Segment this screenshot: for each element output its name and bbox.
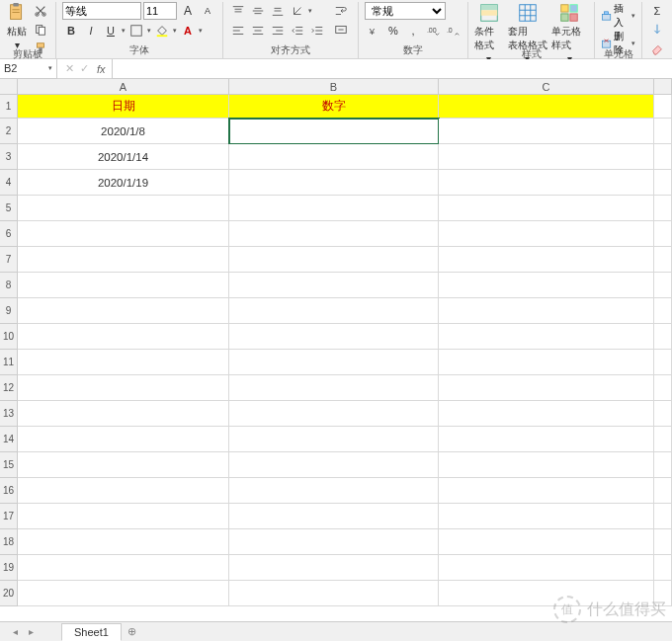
cell[interactable]	[654, 529, 672, 555]
cell[interactable]	[439, 196, 654, 221]
autosum-button[interactable]: Σ	[648, 2, 666, 20]
col-header-c[interactable]: C	[439, 79, 654, 95]
cell[interactable]	[439, 555, 654, 581]
cell[interactable]	[654, 375, 672, 401]
increase-font-button[interactable]: A	[179, 2, 197, 20]
cell[interactable]	[654, 401, 672, 427]
cell[interactable]	[654, 95, 672, 119]
cell[interactable]	[439, 401, 654, 427]
cell[interactable]	[439, 273, 654, 298]
cell[interactable]	[229, 401, 439, 427]
cell[interactable]	[18, 273, 229, 298]
cell[interactable]	[18, 196, 229, 221]
select-all-corner[interactable]	[0, 79, 18, 95]
cell[interactable]	[229, 196, 439, 221]
cell[interactable]	[654, 144, 672, 170]
cell[interactable]	[654, 350, 672, 375]
cut-button[interactable]	[32, 2, 49, 20]
cell[interactable]	[654, 247, 672, 273]
row-header[interactable]: 14	[0, 427, 18, 452]
cell[interactable]	[654, 504, 672, 529]
row-header[interactable]: 2	[0, 119, 18, 144]
cell[interactable]: 2020/1/19	[18, 170, 229, 196]
percent-button[interactable]: %	[384, 22, 402, 40]
row-header[interactable]: 12	[0, 375, 18, 401]
row-header[interactable]: 8	[0, 273, 18, 298]
row-header[interactable]: 9	[0, 298, 18, 324]
italic-button[interactable]: I	[82, 22, 100, 40]
cell[interactable]	[18, 581, 229, 606]
clear-button[interactable]	[648, 40, 666, 57]
cell[interactable]	[229, 221, 439, 247]
cell[interactable]	[229, 478, 439, 504]
bold-button[interactable]: B	[62, 22, 80, 40]
cell[interactable]	[654, 555, 672, 581]
row-header[interactable]: 4	[0, 170, 18, 196]
cell[interactable]	[439, 95, 654, 119]
cell[interactable]	[229, 555, 439, 581]
cell[interactable]	[439, 221, 654, 247]
cell[interactable]	[18, 324, 229, 350]
cell[interactable]	[229, 273, 439, 298]
sheet-tab-1[interactable]: Sheet1	[61, 623, 122, 641]
row-header[interactable]: 7	[0, 247, 18, 273]
accept-formula-button[interactable]: ✓	[80, 62, 89, 75]
cell[interactable]	[439, 119, 654, 144]
align-left-button[interactable]	[229, 22, 247, 40]
cell[interactable]	[18, 427, 229, 452]
row-header[interactable]: 13	[0, 401, 18, 427]
copy-button[interactable]	[32, 21, 49, 39]
wrap-text-button[interactable]	[330, 2, 352, 20]
cell[interactable]	[439, 170, 654, 196]
col-header-d[interactable]	[654, 79, 672, 95]
cell[interactable]	[229, 170, 439, 196]
border-button[interactable]	[127, 22, 145, 40]
font-size-select[interactable]	[143, 2, 177, 20]
cell[interactable]	[18, 529, 229, 555]
cell[interactable]	[654, 324, 672, 350]
row-header[interactable]: 16	[0, 478, 18, 504]
insert-button[interactable]: 插入▾	[601, 2, 635, 30]
fill-color-button[interactable]	[153, 22, 171, 40]
merge-button[interactable]	[330, 21, 352, 39]
cell[interactable]	[439, 504, 654, 529]
cell[interactable]	[439, 529, 654, 555]
align-middle-button[interactable]	[249, 2, 267, 20]
cell[interactable]	[229, 452, 439, 478]
cell[interactable]: 2020/1/14	[18, 144, 229, 170]
align-top-button[interactable]	[229, 2, 247, 20]
fill-button[interactable]	[648, 21, 666, 39]
decrease-font-button[interactable]: A	[199, 2, 216, 20]
cell[interactable]	[18, 478, 229, 504]
cell[interactable]	[439, 452, 654, 478]
row-header[interactable]: 18	[0, 529, 18, 555]
increase-decimal-button[interactable]: .00	[424, 22, 442, 40]
cell[interactable]	[439, 350, 654, 375]
cell[interactable]	[654, 273, 672, 298]
cell[interactable]	[229, 581, 439, 606]
cell[interactable]	[654, 298, 672, 324]
cell[interactable]: 日期	[18, 95, 229, 119]
cell[interactable]	[654, 221, 672, 247]
row-header[interactable]: 3	[0, 144, 18, 170]
comma-button[interactable]: ,	[404, 22, 422, 40]
row-header[interactable]: 11	[0, 350, 18, 375]
decrease-decimal-button[interactable]: .0	[444, 22, 462, 40]
cell[interactable]	[439, 247, 654, 273]
cell[interactable]	[654, 170, 672, 196]
cell[interactable]	[229, 298, 439, 324]
font-color-button[interactable]: A	[179, 22, 197, 40]
row-header[interactable]: 15	[0, 452, 18, 478]
cell[interactable]: 2020/1/8	[18, 119, 229, 144]
cell[interactable]	[229, 529, 439, 555]
underline-button[interactable]: U	[102, 22, 120, 40]
row-header[interactable]: 5	[0, 196, 18, 221]
cell[interactable]	[439, 427, 654, 452]
cell[interactable]	[18, 247, 229, 273]
cell[interactable]	[654, 452, 672, 478]
row-header[interactable]: 1	[0, 95, 18, 119]
cell[interactable]	[18, 298, 229, 324]
cell[interactable]	[229, 350, 439, 375]
cell[interactable]	[439, 144, 654, 170]
orientation-button[interactable]	[289, 2, 306, 20]
